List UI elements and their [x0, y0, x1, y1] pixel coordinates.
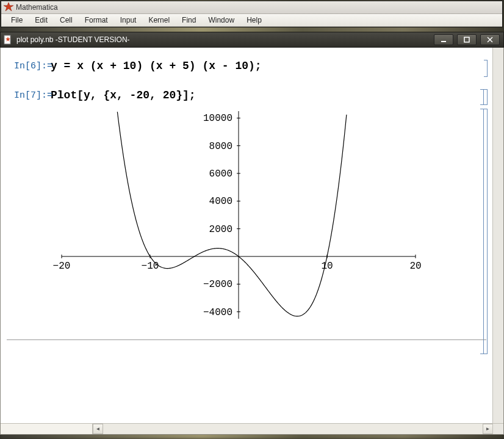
svg-marker-0 [4, 2, 13, 11]
svg-text:4000: 4000 [209, 196, 232, 207]
zoom-indicator[interactable] [1, 424, 93, 434]
notebook-content[interactable]: In[6]:= y = x (x + 10) (x + 5) (x - 10);… [1, 48, 492, 423]
maximize-button[interactable] [457, 34, 477, 45]
svg-text:6000: 6000 [209, 169, 232, 180]
notebook-icon [3, 35, 13, 45]
svg-text:10: 10 [321, 261, 333, 272]
cell-separator [7, 339, 486, 340]
horizontal-scrollbar[interactable]: ◄ ► [1, 423, 493, 434]
in-label-6: In[6]:= [14, 61, 52, 71]
svg-text:8000: 8000 [209, 141, 232, 152]
input-cell-7[interactable]: In[7]:= Plot[y, {x, -20, 20}]; −20−10102… [7, 89, 486, 358]
cell-bracket[interactable] [484, 60, 488, 77]
notebook-body: In[6]:= y = x (x + 10) (x + 5) (x - 10);… [0, 48, 504, 435]
resize-grip[interactable] [492, 423, 503, 434]
menu-input[interactable]: Input [115, 15, 142, 26]
mathematica-main-window: Mathematica File Edit Cell Format Input … [1, 1, 503, 27]
in-code-7[interactable]: Plot[y, {x, -20, 20}]; [51, 89, 196, 101]
menu-format[interactable]: Format [80, 15, 113, 26]
notebook-window: plot poly.nb -STUDENT VERSION- In[6]:= y… [0, 32, 504, 435]
menu-kernel[interactable]: Kernel [143, 15, 175, 26]
vertical-scrollbar[interactable] [492, 48, 503, 424]
svg-text:2000: 2000 [209, 224, 232, 235]
cell-bracket[interactable] [480, 89, 484, 105]
svg-text:10000: 10000 [203, 113, 232, 124]
menu-edit[interactable]: Edit [30, 15, 52, 26]
notebook-title: plot poly.nb -STUDENT VERSION- [16, 35, 130, 44]
menu-cell[interactable]: Cell [55, 15, 77, 26]
menu-window[interactable]: Window [203, 15, 239, 26]
input-cell-6[interactable]: In[6]:= y = x (x + 10) (x + 5) (x - 10); [7, 60, 486, 78]
menu-bar: File Edit Cell Format Input Kernel Find … [1, 14, 502, 27]
plot-output: −20−101020−4000−200020004000600080001000… [49, 105, 428, 337]
svg-rect-4 [464, 37, 469, 42]
cell-bracket[interactable] [480, 109, 484, 354]
svg-text:−10: −10 [142, 261, 159, 272]
cell-bracket[interactable] [484, 109, 488, 354]
menu-find[interactable]: Find [177, 15, 201, 26]
app-title: Mathematica [16, 3, 58, 12]
in-label-7: In[7]:= [14, 90, 52, 101]
close-button[interactable] [480, 34, 500, 45]
scroll-left-button[interactable]: ◄ [93, 424, 103, 434]
svg-text:−20: −20 [53, 261, 71, 272]
in-code-6[interactable]: y = x (x + 10) (x + 5) (x - 10); [51, 60, 262, 72]
minimize-button[interactable] [434, 34, 453, 45]
svg-text:−2000: −2000 [203, 279, 232, 290]
scroll-right-button[interactable]: ► [483, 424, 493, 434]
svg-text:20: 20 [409, 261, 421, 272]
plot-svg: −20−101020−4000−200020004000600080001000… [49, 105, 428, 337]
mathematica-icon [4, 2, 13, 12]
app-titlebar[interactable]: Mathematica [1, 1, 502, 14]
menu-help[interactable]: Help [242, 15, 267, 26]
notebook-titlebar[interactable]: plot poly.nb -STUDENT VERSION- [0, 32, 504, 48]
svg-text:−4000: −4000 [203, 307, 232, 318]
cell-bracket[interactable] [484, 89, 488, 105]
scroll-track[interactable] [103, 424, 483, 434]
menu-file[interactable]: File [6, 15, 27, 26]
